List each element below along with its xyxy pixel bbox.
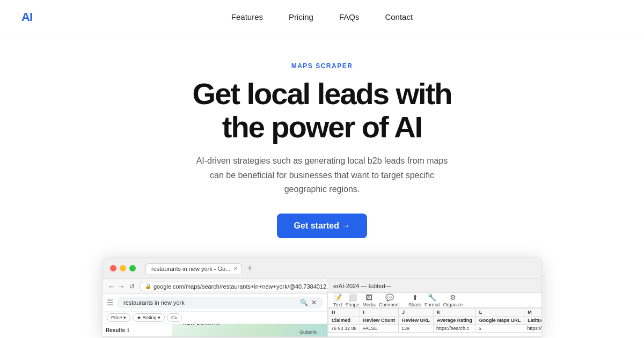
back-arrow-icon[interactable]: ← — [108, 282, 115, 291]
col-header-i: I — [360, 308, 399, 317]
results-header: Results ℹ — [106, 327, 169, 333]
browser-body: ← → ↺ 🔒 google.com/maps/search/restauran… — [103, 279, 541, 336]
maps-search-text: restaurants in new york — [123, 299, 185, 306]
rating-filter-label: ★ Rating ▾ — [137, 315, 160, 320]
cell-avg-rating[interactable]: 5 — [475, 325, 524, 333]
toolbar-text[interactable]: 📝 Text — [333, 293, 342, 307]
share-icon: ⬆ — [412, 293, 418, 302]
price-filter-label: Price ▾ — [111, 315, 126, 320]
tab-label: restaurants in new york - Go... — [151, 266, 230, 272]
rating-filter[interactable]: ★ Rating ▾ — [133, 313, 165, 322]
hero-section: MAPS SCRAPER Get local leads with the po… — [0, 34, 644, 238]
browser-mockup: restaurants in new york - Go... ✕ + ← → … — [0, 258, 644, 337]
new-tab-button[interactable]: + — [244, 262, 255, 274]
col-header-l: L — [475, 308, 524, 317]
header-maps-url: Google Maps URL — [475, 317, 524, 325]
nav-contact[interactable]: Contact — [385, 12, 413, 21]
cuisine-filter-label: Cu — [171, 315, 178, 320]
col-header-m: M — [524, 308, 541, 317]
table-row: 76 93 32 88 FALSE 139 https://search.c 5… — [328, 325, 542, 333]
browser-tabs: restaurants in new york - Go... ✕ + — [145, 262, 534, 274]
results-label: Results — [106, 327, 125, 333]
info-icon: ℹ — [127, 328, 129, 333]
maximize-traffic-light[interactable] — [129, 265, 136, 271]
lock-icon: 🔒 — [145, 283, 151, 289]
nav-arrows: ← → — [108, 282, 125, 291]
maps-content: Results ℹ Guttenb NEW DURHAM — [103, 324, 327, 336]
shape-label: Shape — [346, 302, 360, 307]
hero-badge: MAPS SCRAPER — [291, 62, 353, 70]
map-label-newdurham: NEW DURHAM — [183, 324, 220, 326]
maps-search-icons: 🔍 ✕ — [300, 299, 317, 306]
sheet-grid: H I J K L M N Claimed Review Count — [328, 308, 541, 336]
sheet-titlebar: erAI-2024 — Edited— — [328, 279, 541, 293]
shape-icon: ⬜ — [348, 293, 357, 302]
nav-pricing[interactable]: Pricing — [289, 12, 313, 21]
col-header-j: J — [399, 308, 434, 317]
cell-review-count[interactable]: FALSE — [360, 325, 399, 333]
toolbar-organize[interactable]: ⚙ Organize — [443, 293, 463, 307]
sheet-toolbar: 📝 Text ⬜ Shape 🖼 Media 💬 — [328, 293, 541, 308]
organize-label: Organize — [443, 302, 463, 307]
nav-faqs[interactable]: FAQs — [339, 12, 360, 21]
traffic-lights — [110, 265, 136, 271]
header-avg-rating: Average Rating — [434, 317, 476, 325]
cuisine-filter[interactable]: Cu — [167, 313, 182, 322]
maps-toolbar: ☰ restaurants in new york 🔍 ✕ — [103, 294, 327, 312]
maps-map-area: Guttenb NEW DURHAM — [172, 324, 327, 336]
header-review-url: Review URL — [399, 317, 434, 325]
toolbar-share[interactable]: ⬆ Share — [408, 293, 421, 307]
brand-logo: AI — [21, 10, 32, 24]
hamburger-icon[interactable]: ☰ — [107, 298, 114, 307]
map-filter-bar: Price ▾ ★ Rating ▾ Cu — [103, 312, 327, 324]
spreadsheet-table: H I J K L M N Claimed Review Count — [328, 308, 541, 333]
toolbar-format[interactable]: 🔧 Format — [425, 293, 440, 307]
media-label: Media — [363, 302, 376, 307]
spreadsheet-panel: erAI-2024 — Edited— 📝 Text ⬜ Shape — [328, 279, 541, 336]
header-latitude: Latitude — [524, 317, 541, 325]
navbar: AI Features Pricing FAQs Contact — [0, 0, 644, 34]
minimize-traffic-light[interactable] — [120, 265, 126, 271]
media-icon: 🖼 — [365, 293, 372, 302]
search-icon[interactable]: 🔍 — [300, 299, 308, 306]
tab-close-icon[interactable]: ✕ — [233, 266, 238, 271]
sheet-title: erAI-2024 — Edited— — [333, 283, 391, 289]
toolbar-share-group: ⬆ Share 🔧 Format ⚙ Organize — [408, 293, 463, 307]
header-claimed: Claimed — [328, 317, 360, 325]
comment-icon: 💬 — [385, 293, 394, 302]
get-started-button[interactable]: Get started → — [277, 214, 368, 238]
format-icon: 🔧 — [428, 293, 436, 302]
comment-label: Comment — [379, 302, 400, 307]
nav-links: Features Pricing FAQs Contact — [231, 12, 413, 21]
browser-titlebar: restaurants in new york - Go... ✕ + — [103, 258, 541, 279]
toolbar-insert-group: 📝 Text ⬜ Shape 🖼 Media 💬 — [333, 293, 400, 307]
cell-review-url[interactable]: https://search.c — [434, 325, 476, 333]
col-header-h: H — [328, 308, 360, 317]
cell-claimed[interactable]: 76 93 32 88 — [328, 325, 360, 333]
maps-addressbar: ← → ↺ 🔒 google.com/maps/search/restauran… — [103, 279, 327, 294]
map-label-guttenb: Guttenb — [299, 329, 317, 335]
text-label: Text — [333, 302, 342, 307]
toolbar-shape[interactable]: ⬜ Shape — [346, 293, 360, 307]
hero-title: Get local leads with the power of AI — [193, 77, 452, 143]
maps-panel: ← → ↺ 🔒 google.com/maps/search/restauran… — [103, 279, 328, 336]
maps-results-sidebar: Results ℹ — [103, 324, 172, 336]
cell-review-count-val[interactable]: 139 — [399, 325, 434, 333]
close-traffic-light[interactable] — [110, 265, 116, 271]
col-header-k: K — [434, 308, 476, 317]
forward-arrow-icon[interactable]: → — [118, 282, 125, 291]
active-tab[interactable]: restaurants in new york - Go... ✕ — [145, 263, 242, 274]
browser-window: restaurants in new york - Go... ✕ + ← → … — [102, 258, 542, 337]
maps-search-box[interactable]: restaurants in new york 🔍 ✕ — [117, 297, 323, 308]
toolbar-comment[interactable]: 💬 Comment — [379, 293, 400, 307]
nav-features[interactable]: Features — [231, 12, 263, 21]
header-review-count: Review Count — [360, 317, 399, 325]
toolbar-media[interactable]: 🖼 Media — [363, 293, 376, 307]
text-icon: 📝 — [333, 293, 342, 302]
organize-icon: ⚙ — [450, 293, 456, 302]
cell-maps-url[interactable]: https://www.google.c — [524, 325, 541, 333]
format-label: Format — [425, 302, 440, 307]
clear-icon[interactable]: ✕ — [311, 299, 317, 306]
reload-icon[interactable]: ↺ — [129, 283, 135, 290]
price-filter[interactable]: Price ▾ — [107, 313, 130, 322]
